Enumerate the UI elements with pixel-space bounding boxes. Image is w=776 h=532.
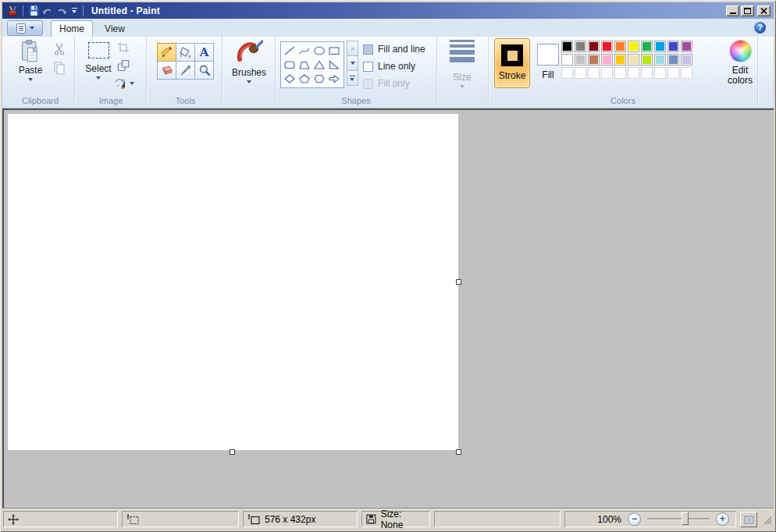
maximize-button[interactable] <box>741 5 754 16</box>
help-button[interactable]: ? <box>754 22 766 34</box>
save-button[interactable] <box>27 5 41 17</box>
fill-and-line-option[interactable]: Fill and line <box>363 43 425 55</box>
eraser-icon <box>160 65 173 76</box>
palette-color-0-1[interactable] <box>575 41 586 52</box>
shape-triangle[interactable] <box>311 58 326 72</box>
palette-color-0-8[interactable] <box>667 41 679 52</box>
magnifier-tool-button[interactable] <box>194 61 214 80</box>
tab-home[interactable]: Home <box>51 20 93 37</box>
color-picker-tool-button[interactable] <box>176 61 195 80</box>
eraser-tool-button[interactable] <box>157 61 176 80</box>
qat-customize-button[interactable] <box>69 5 80 17</box>
palette-color-0-3[interactable] <box>601 41 613 52</box>
ribbon-tab-strip: Home View ? <box>2 19 774 37</box>
palette-color-1-7[interactable] <box>654 54 666 66</box>
zoom-in-button[interactable]: + <box>716 512 729 526</box>
fill-color-button[interactable]: Fill <box>532 38 564 88</box>
resize-button[interactable] <box>115 58 132 73</box>
brushes-button[interactable]: Brushes <box>229 39 269 83</box>
text-tool-button[interactable]: A <box>194 43 214 62</box>
palette-color-0-2[interactable] <box>588 41 600 52</box>
line-only-option[interactable]: Line only <box>363 60 415 73</box>
palette-empty-slot-6[interactable] <box>641 67 653 79</box>
rotate-button[interactable] <box>112 76 137 91</box>
redo-button[interactable] <box>55 5 69 17</box>
cut-button[interactable] <box>51 41 68 57</box>
fill-only-option[interactable]: Fill only <box>363 77 410 90</box>
shape-rectangle[interactable] <box>326 44 341 58</box>
palette-color-1-0[interactable] <box>561 54 573 66</box>
shape-line[interactable] <box>282 44 297 58</box>
canvas-resize-handle-corner[interactable] <box>456 449 461 455</box>
palette-empty-slot-7[interactable] <box>654 67 666 79</box>
size-button[interactable]: Size <box>443 40 482 88</box>
shapes-more-button[interactable] <box>347 70 358 86</box>
pencil-tool-button[interactable] <box>157 43 176 62</box>
palette-color-1-1[interactable] <box>575 54 586 66</box>
canvas-resize-handle-bottom[interactable] <box>230 449 235 455</box>
shape-diamond[interactable] <box>282 72 297 86</box>
palette-empty-slot-1[interactable] <box>575 67 586 79</box>
maximize-icon <box>744 8 751 14</box>
clipboard-group-label: Clipboard <box>6 96 74 105</box>
zoom-slider[interactable] <box>647 518 710 520</box>
palette-color-0-7[interactable] <box>654 41 666 52</box>
application-menu-button[interactable] <box>7 20 43 36</box>
palette-color-0-9[interactable] <box>681 41 692 52</box>
shape-polygon[interactable] <box>297 58 311 72</box>
palette-color-0-6[interactable] <box>641 41 653 52</box>
brushes-dropdown-icon <box>247 80 251 83</box>
shapes-scroll-down-button[interactable] <box>347 55 358 71</box>
crop-button[interactable] <box>115 40 132 55</box>
fill-tool-button[interactable] <box>176 43 195 62</box>
zoom-slider-handle[interactable] <box>682 512 689 525</box>
palette-empty-slot-8[interactable] <box>667 67 679 79</box>
fit-to-window-button[interactable] <box>740 512 757 527</box>
group-shapes: Fill and line Line only Fill only Shapes <box>276 37 437 108</box>
close-button[interactable] <box>757 5 771 16</box>
scroll-up-icon <box>351 47 355 50</box>
canvas-resize-handle-right[interactable] <box>456 279 461 285</box>
shapes-scroll-up-button[interactable] <box>347 41 358 56</box>
group-size: Size <box>437 37 489 108</box>
palette-color-0-0[interactable] <box>561 41 573 52</box>
palette-empty-slot-5[interactable] <box>628 67 639 79</box>
edit-colors-button[interactable]: Edit colors <box>722 40 758 86</box>
palette-color-1-6[interactable] <box>641 54 653 66</box>
palette-color-1-3[interactable] <box>601 54 613 66</box>
shape-pentagon[interactable] <box>297 72 311 86</box>
drawing-canvas[interactable] <box>8 114 458 450</box>
palette-empty-slot-0[interactable] <box>561 67 573 79</box>
palette-empty-slot-9[interactable] <box>681 67 692 79</box>
shape-right-arrow[interactable] <box>326 72 341 86</box>
select-icon <box>88 42 109 59</box>
shape-curve[interactable] <box>297 44 311 58</box>
tab-view[interactable]: View <box>94 20 135 37</box>
shape-ellipse[interactable] <box>311 44 326 58</box>
undo-button[interactable] <box>41 5 55 17</box>
palette-color-1-4[interactable] <box>614 54 626 66</box>
minimize-button[interactable] <box>726 5 739 16</box>
copy-button[interactable] <box>51 60 68 76</box>
palette-empty-slot-3[interactable] <box>601 67 613 79</box>
fit-to-window-icon <box>744 516 754 524</box>
palette-empty-slot-4[interactable] <box>614 67 626 79</box>
file-size-panel: Size: None <box>361 511 430 527</box>
palette-color-1-8[interactable] <box>667 54 679 66</box>
palette-color-1-5[interactable] <box>628 54 639 66</box>
palette-color-1-2[interactable] <box>588 54 600 66</box>
stroke-color-button[interactable]: Stroke <box>494 38 530 88</box>
canvas-size-value: 576 x 432px <box>265 514 315 525</box>
palette-color-1-9[interactable] <box>681 54 692 66</box>
selection-size-panel <box>122 511 239 527</box>
shape-hexagon[interactable] <box>311 72 326 86</box>
shape-rounded-rectangle[interactable] <box>282 58 297 72</box>
palette-color-0-5[interactable] <box>628 41 639 52</box>
shape-right-triangle[interactable] <box>326 58 341 72</box>
resize-grip[interactable] <box>762 515 772 527</box>
palette-color-0-4[interactable] <box>614 41 626 52</box>
select-button[interactable]: Select <box>81 40 116 80</box>
zoom-out-button[interactable]: − <box>628 512 641 526</box>
palette-empty-slot-2[interactable] <box>588 67 600 79</box>
paste-button-large[interactable]: Paste <box>12 40 48 81</box>
